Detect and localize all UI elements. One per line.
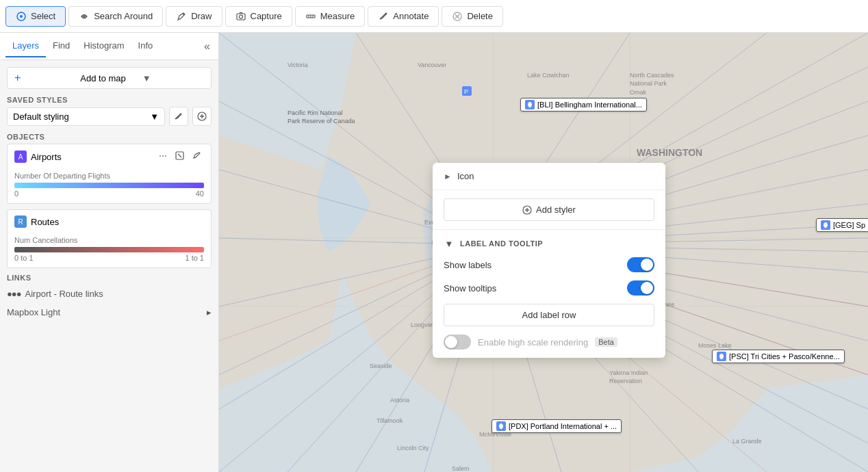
draw-icon [176,11,187,22]
saved-styles-label: Saved styles [7,96,212,104]
sidebar-body: + Add to map ▼ Saved styles Default styl… [0,60,218,472]
routes-layer: R Routes Num Cancellations 0 to 1 1 to 1 [7,209,212,268]
svg-text:Reservation: Reservation [609,378,642,384]
saved-styles-select[interactable]: Default styling ▼ [7,107,165,126]
show-tooltips-toggle[interactable] [627,280,654,296]
select-icon [16,11,27,22]
airport-pin-PSC [717,352,726,361]
toolbar: Select Search Around Draw [0,0,868,33]
icon-row[interactable]: ► Icon [444,171,654,181]
high-scale-toggle[interactable] [444,335,471,350]
svg-rect-5 [237,14,245,20]
show-labels-row: Show labels [444,257,654,272]
airport-label-PDX[interactable]: [PDX] Portland International + ... [492,419,622,433]
airports-layer-icon: A [14,150,27,163]
beta-badge: Beta [595,337,617,347]
airports-layer-name: Airports [31,152,152,162]
svg-text:Omak: Omak [630,89,647,96]
svg-point-6 [239,15,242,18]
airport-pin-BLI [525,100,535,109]
svg-text:Vancouver: Vancouver [418,62,446,68]
airports-edit-button[interactable] [173,150,187,163]
routes-layer-icon: R [14,215,27,228]
popup-icon-section: ► Icon [433,163,665,190]
airport-label-BLI[interactable]: [BLI] Bellingham International... [520,98,647,112]
basemap-item: Mapbox Light ▸ [7,303,212,322]
svg-text:Lincoln City: Lincoln City [397,445,429,451]
routes-layer-header: R Routes [8,210,211,233]
sidebar-collapse-button[interactable]: « [201,38,213,55]
svg-text:Victoria: Victoria [288,62,308,68]
main-area: Layers Find Histogram Info « + Add to ma… [0,33,868,472]
delete-button[interactable]: Delete [442,6,503,27]
svg-text:P: P [464,88,468,95]
add-style-button[interactable] [192,107,212,126]
links-section-label: LINKS [7,274,212,282]
saved-styles-row: Default styling ▼ [7,107,212,126]
icon-row-chevron-icon: ► [444,172,452,181]
airport-pin-PDX [496,421,506,431]
svg-text:Yakima Indian: Yakima Indian [609,369,648,376]
svg-text:Lake Cowichan: Lake Cowichan [527,72,570,79]
annotate-icon [378,11,389,22]
airports-layer-actions: ⋯ [156,150,204,163]
svg-text:Tillamook: Tillamook [376,417,403,424]
sidebar: Layers Find Histogram Info « + Add to ma… [0,33,219,472]
select-button[interactable]: Select [5,6,66,27]
select-chevron-icon: ▼ [150,112,159,122]
svg-text:Pacific Rim National: Pacific Rim National [288,109,343,116]
capture-icon [235,11,246,22]
measure-button[interactable]: Measure [295,6,366,27]
delete-icon [452,11,463,22]
add-styler-button[interactable]: Add styler [444,198,654,221]
svg-text:Salem: Salem [452,465,470,472]
airport-label-PSC[interactable]: [PSC] Tri Cities + Pasco/Kenne... [712,350,845,363]
search-around-icon [79,11,90,22]
add-to-map-chevron-icon: ▼ [142,73,204,83]
show-labels-toggle[interactable] [627,257,654,272]
tooltip-toggle-knob [641,282,653,294]
airports-style-button[interactable] [190,150,204,163]
svg-text:National Park: National Park [630,80,667,87]
routes-legend: Num Cancellations 0 to 1 1 to 1 [8,233,211,267]
add-icon: + [14,72,76,84]
section-chevron-icon[interactable]: ▼ [444,238,455,249]
map-area[interactable]: WASHINGTON Pacific Rim National Park Res… [219,33,868,472]
add-label-row-button[interactable]: Add label row [444,304,654,326]
svg-text:North Cascades: North Cascades [630,72,674,79]
links-dots-icon: ●●● [7,289,21,299]
annotate-button[interactable]: Annotate [368,6,439,27]
capture-button[interactable]: Capture [225,6,292,27]
section-header: ▼ LABEL AND TOOLTIP [444,238,654,249]
airports-more-button[interactable]: ⋯ [156,150,170,163]
show-tooltips-row: Show tooltips [444,280,654,296]
add-to-map-row[interactable]: + Add to map ▼ [7,67,212,89]
links-item: ●●● Airport - Route links [7,285,212,303]
high-scale-row: Enable high scale rendering Beta [444,335,654,350]
draw-button[interactable]: Draw [166,6,222,27]
svg-line-11 [385,14,386,14]
svg-text:La Grande: La Grande [732,438,762,445]
sidebar-tab-histogram[interactable]: Histogram [77,35,131,57]
sidebar-tabs: Layers Find Histogram Info « [0,33,218,60]
routes-legend-labels: 0 to 1 1 to 1 [14,254,204,262]
basemap-collapse-icon: ▸ [207,307,212,317]
sidebar-tab-info[interactable]: Info [131,35,160,57]
svg-text:WASHINGTON: WASHINGTON [637,147,702,158]
routes-legend-bar [14,247,204,252]
airports-legend-bar [14,183,204,188]
sidebar-tab-layers[interactable]: Layers [5,35,46,57]
toggle-knob [641,259,653,271]
airport-label-GEG[interactable]: [GEG] Sp [816,218,868,232]
airports-legend-labels: 0 40 [14,189,204,198]
svg-text:Moses Lake: Moses Lake [698,342,732,349]
search-around-button[interactable]: Search Around [68,6,163,27]
airports-layer: A Airports ⋯ [7,144,212,204]
svg-text:Astoria: Astoria [390,397,409,404]
edit-style-button[interactable] [169,107,188,126]
airport-pin-GEG [821,220,830,230]
sidebar-tab-find[interactable]: Find [46,35,77,57]
layer-style-popup: ► Icon Add styler ▼ [433,163,665,358]
svg-text:Seaside: Seaside [370,363,392,369]
measure-icon [305,11,316,22]
